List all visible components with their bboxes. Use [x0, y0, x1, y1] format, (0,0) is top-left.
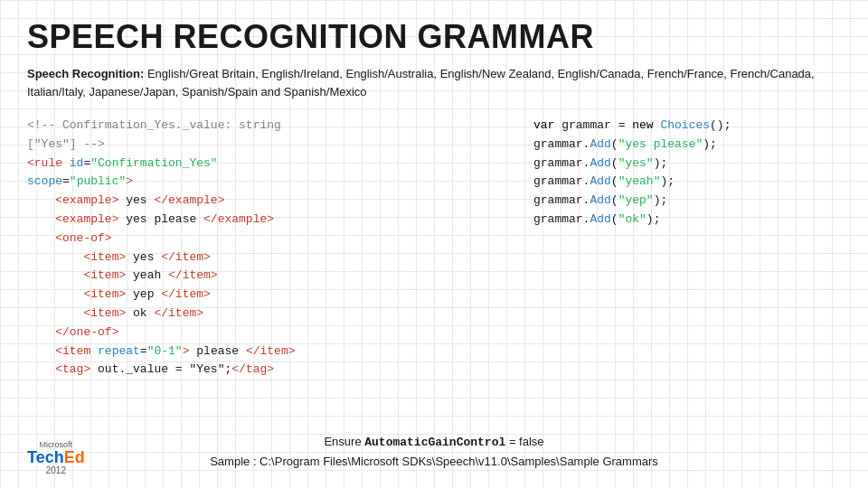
code-line-2: ["Yes"] --> [27, 136, 497, 155]
code-line-3: <rule id="Confirmation_Yes" [27, 155, 497, 174]
code-line-10: <item> yep </item> [27, 286, 497, 305]
js-line-1: var grammar = new Choices(); [533, 117, 841, 136]
code-section: <!-- Confirmation_Yes._value: string ["Y… [27, 117, 841, 380]
footer-section: Ensure AutomaticGainControl = false Samp… [0, 433, 868, 472]
js-line-4: grammar.Add("yeah"); [533, 173, 841, 192]
code-line-7: <one-of> [27, 230, 497, 249]
subtitle: Speech Recognition: English/Great Britai… [27, 65, 841, 100]
code-line-12: </one-of> [27, 324, 497, 343]
ensure-code: AutomaticGainControl [364, 436, 505, 449]
code-line-4: scope="public"> [27, 173, 497, 192]
js-code-block: var grammar = new Choices(); grammar.Add… [533, 117, 841, 380]
code-line-9: <item> yeah </item> [27, 267, 497, 286]
footer-sample-line: Sample : C:\Program Files\Microsoft SDKs… [0, 453, 868, 472]
js-line-6: grammar.Add("ok"); [533, 211, 841, 230]
js-line-2: grammar.Add("yes please"); [533, 136, 841, 155]
footer-ensure-line: Ensure AutomaticGainControl = false [0, 433, 868, 453]
page-title: SPEECH RECOGNITION GRAMMAR [27, 18, 841, 56]
xml-code-block: <!-- Confirmation_Yes._value: string ["Y… [27, 117, 497, 380]
code-line-5: <example> yes </example> [27, 192, 497, 211]
main-content: SPEECH RECOGNITION GRAMMAR Speech Recogn… [0, 0, 868, 389]
code-line-6: <example> yes please </example> [27, 211, 497, 230]
js-line-3: grammar.Add("yes"); [533, 155, 841, 174]
code-line-11: <item> ok </item> [27, 305, 497, 324]
subtitle-bold: Speech Recognition: [27, 67, 144, 80]
code-line-1: <!-- Confirmation_Yes._value: string [27, 117, 497, 136]
ensure-rest: = false [505, 435, 543, 448]
code-line-14: <tag> out._value = "Yes";</tag> [27, 361, 497, 380]
subtitle-text: English/Great Britain, English/Ireland, … [27, 67, 815, 99]
js-line-5: grammar.Add("yep"); [533, 192, 841, 211]
code-line-13: <item repeat="0-1"> please </item> [27, 343, 497, 361]
ensure-label: Ensure [324, 435, 364, 448]
code-line-8: <item> yes </item> [27, 249, 497, 267]
